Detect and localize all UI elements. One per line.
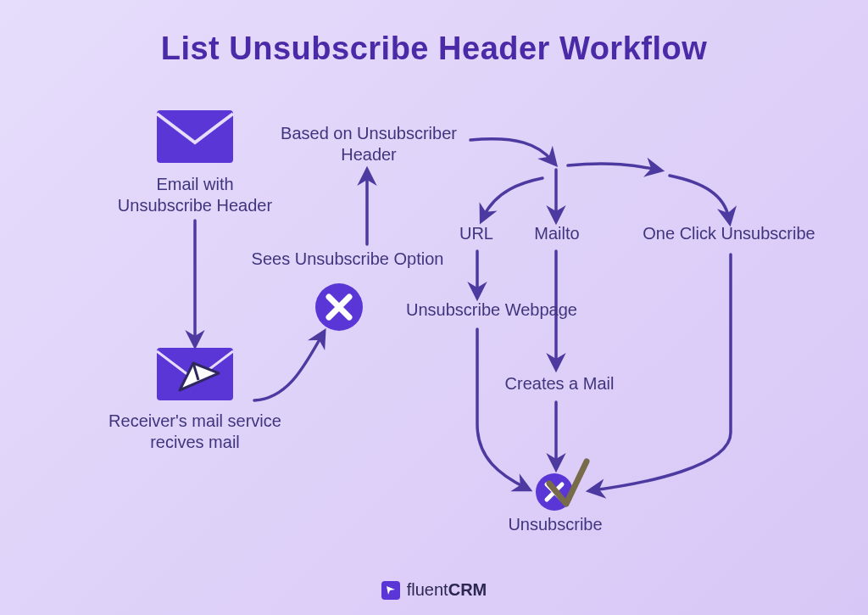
brand-logo-icon bbox=[381, 581, 400, 600]
close-circle-icon bbox=[315, 283, 363, 331]
brand-name-light: fluent bbox=[407, 580, 448, 599]
node-unsub-webpage: Unsubscribe Webpage bbox=[390, 299, 593, 321]
envelope-icon bbox=[157, 110, 233, 163]
node-url: URL bbox=[451, 223, 502, 244]
node-creates-mail: Creates a Mail bbox=[492, 373, 627, 394]
node-one-click: One Click Unsubscribe bbox=[632, 223, 826, 244]
svg-rect-0 bbox=[157, 110, 233, 163]
envelope-send-icon bbox=[157, 348, 233, 400]
node-mailto: Mailto bbox=[527, 223, 587, 244]
unsubscribe-result-icon bbox=[536, 461, 587, 511]
brand-footer: fluentCRM bbox=[0, 580, 868, 600]
brand-name: fluentCRM bbox=[407, 580, 487, 600]
node-sees-option: Sees Unsubscribe Option bbox=[237, 249, 458, 270]
node-email-with-header: Email with Unsubscribe Header bbox=[110, 174, 280, 216]
node-receiver-mail: Receiver's mail service recives mail bbox=[102, 411, 288, 453]
brand-name-bold: CRM bbox=[448, 580, 487, 599]
node-based-on-header: Based on Unsubscriber Header bbox=[271, 123, 466, 165]
diagram-stage: List Unsubscribe Header Workflow bbox=[0, 0, 868, 615]
node-unsubscribe: Unsubscribe bbox=[500, 514, 610, 535]
